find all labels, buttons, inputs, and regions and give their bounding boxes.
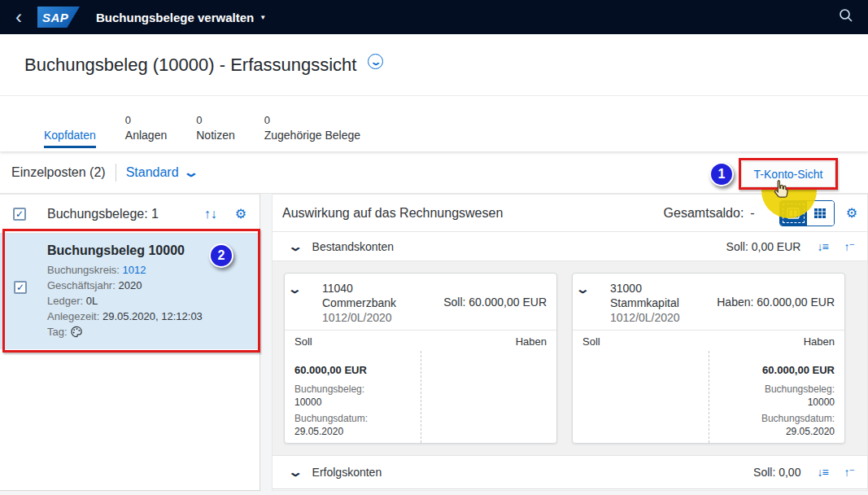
t-account-card-31000: ⌄ 31000 Stammkapital 1012/0L/2020 Haben:… — [572, 273, 845, 444]
section-name: Bestandskonten — [312, 240, 394, 253]
doc-label: Buchungsbeleg: — [718, 383, 835, 396]
account-balance: Haben: 60.000,00 EUR — [717, 281, 835, 325]
t-account-body: 60.000,00 EUR Buchungsbeleg: 10000 Buchu… — [285, 351, 556, 449]
credit-column-label: Haben — [516, 335, 547, 348]
account-ledger: 1012/0L/2020 — [322, 310, 396, 325]
debit-cell: 60.000,00 EUR Buchungsbeleg: 10000 Buchu… — [285, 351, 421, 449]
account-ledger: 1012/0L/2020 — [610, 310, 680, 325]
tab-count: 0 — [264, 114, 360, 129]
chevron-down-icon: ⌄ — [182, 164, 198, 180]
doc-label: Buchungsbeleg: — [294, 383, 411, 396]
collapse-card-icon[interactable]: ⌄ — [288, 281, 329, 325]
doc-value[interactable]: 10000 — [294, 396, 411, 409]
item-row-anlegezeit: Anlegezeit: 29.05.2020, 12:12:03 — [47, 309, 203, 324]
sap-logo: SAP — [37, 7, 80, 28]
collapse-section-icon[interactable]: ⌄ — [288, 465, 303, 480]
item-row-ledger: Ledger: 0L — [47, 293, 203, 309]
item-checkbox[interactable]: ✓ — [14, 281, 27, 294]
toolbar-divider — [116, 164, 116, 182]
account-name: Commerzbank — [322, 296, 396, 310]
page-header: Buchungsbeleg (10000) - Erfassungssicht … — [0, 34, 868, 96]
annotation-badge-1: 1 — [709, 162, 734, 186]
t-account-cards: ⌄ 11040 Commerzbank 1012/0L/2020 Soll: 6… — [273, 261, 867, 455]
date-value: 29.05.2020 — [294, 425, 411, 438]
account-number: 11040 — [322, 281, 396, 296]
tab-notizen[interactable]: 0 Notizen — [196, 96, 234, 151]
hand-cursor-icon — [770, 178, 792, 204]
account-name: Stammkapital — [610, 296, 680, 310]
accounting-panel: Auswirkung auf das Rechnungswesen Gesamt… — [272, 194, 868, 491]
back-icon[interactable]: ‹ — [0, 9, 37, 25]
section-bestandskonten: ⌄ Bestandskonten Soll: 0,00 EUR ↓≡ ↑⁻ — [273, 232, 867, 261]
expand-all-icon[interactable]: ↓≡ — [817, 240, 827, 253]
app-window: ‹ SAP Buchungsbelege verwalten ▼ Buchung… — [0, 0, 868, 495]
tab-label: Anlagen — [125, 129, 167, 142]
tab-strip: Kopfdaten 0 Anlagen 0 Notizen 0 Zugehöri… — [0, 96, 868, 151]
section-name: Erfolgskonten — [312, 466, 382, 479]
doc-value[interactable]: 10000 — [718, 396, 835, 409]
tab-count: 0 — [196, 114, 234, 129]
credit-column-label: Haben — [804, 335, 835, 348]
items-title: Einzelposten (2) — [11, 165, 106, 180]
annotation-badge-2: 2 — [209, 243, 233, 268]
tab-kopfdaten[interactable]: Kopfdaten — [44, 96, 96, 151]
header-expand-icon[interactable]: ⌄ — [368, 54, 383, 69]
posting-amount: 60.000,00 EUR — [294, 364, 411, 376]
tab-count — [44, 114, 96, 129]
collapse-card-icon[interactable]: ⌄ — [576, 281, 617, 325]
t-account-card-header: ⌄ 11040 Commerzbank 1012/0L/2020 Soll: 6… — [285, 274, 556, 331]
t-account-column-labels: Soll Haben — [573, 331, 844, 351]
expand-all-icon[interactable]: ↓≡ — [817, 466, 827, 479]
app-title[interactable]: Buchungsbelege verwalten — [96, 11, 254, 24]
sap-logo-text: SAP — [42, 11, 68, 24]
list-header: ✓ Buchungsbelege: 1 ↑↓ ⚙ — [0, 195, 260, 234]
collapse-all-icon[interactable]: ↑⁻ — [844, 466, 854, 479]
content-area: ✓ Buchungsbelege: 1 ↑↓ ⚙ ✓ Buchungsbeleg… — [0, 194, 868, 495]
credit-cell: 60.000,00 EUR Buchungsbeleg: 10000 Buchu… — [709, 351, 844, 449]
collapse-section-icon[interactable]: ⌄ — [288, 239, 303, 254]
account-balance: Soll: 60.000,00 EUR — [443, 281, 547, 325]
search-icon[interactable] — [839, 8, 853, 26]
shell-bar: ‹ SAP Buchungsbelege verwalten ▼ — [0, 0, 868, 34]
debit-column-label: Soll — [294, 335, 312, 348]
t-account-divider — [421, 351, 421, 443]
credit-cell — [421, 351, 556, 449]
select-all-checkbox[interactable]: ✓ — [13, 208, 26, 221]
section-erfolgskonten: ⌄ Erfolgskonten Soll: 0,00 ↓≡ ↑⁻ — [273, 455, 867, 489]
posting-amount: 60.000,00 EUR — [718, 364, 835, 376]
account-number: 31000 — [610, 281, 680, 296]
page-title: Buchungsbeleg (10000) - Erfassungssicht — [24, 55, 356, 76]
date-label: Buchungsdatum: — [294, 412, 411, 425]
tab-label: Notizen — [196, 129, 234, 142]
company-code-link[interactable]: 1012 — [123, 264, 146, 276]
tag-palette-icon[interactable] — [70, 328, 83, 340]
tab-anlagen[interactable]: 0 Anlagen — [125, 96, 167, 151]
document-list-panel: ✓ Buchungsbelege: 1 ↑↓ ⚙ ✓ Buchungsbeleg… — [0, 194, 260, 491]
item-row-geschaeftsjahr: Geschäftsjahr: 2020 — [47, 278, 203, 293]
accounting-title: Auswirkung auf das Rechnungswesen — [282, 206, 503, 221]
items-toolbar: Einzelposten (2) Standard ⌄ — [0, 151, 868, 194]
item-row-tag: Tag: — [47, 324, 203, 342]
collapse-all-icon[interactable]: ↑⁻ — [844, 240, 854, 253]
tab-count: 0 — [125, 114, 167, 129]
tab-label: Zugehörige Belege — [264, 129, 360, 142]
item-title: Buchungsbeleg 10000 — [47, 243, 203, 258]
section-balance: Soll: 0,00 — [753, 466, 800, 479]
debit-column-label: Soll — [582, 335, 600, 348]
gear-icon[interactable]: ⚙ — [846, 205, 857, 221]
t-account-card-11040: ⌄ 11040 Commerzbank 1012/0L/2020 Soll: 6… — [284, 273, 557, 444]
t-account-body: 60.000,00 EUR Buchungsbeleg: 10000 Buchu… — [573, 351, 844, 449]
t-account-divider — [709, 351, 709, 443]
view-name: Standard — [126, 165, 179, 180]
view-selector[interactable]: Standard ⌄ — [126, 164, 196, 180]
tab-label: Kopfdaten — [44, 129, 96, 142]
gear-icon[interactable]: ⚙ — [235, 206, 246, 221]
tab-zugehoerige-belege[interactable]: 0 Zugehörige Belege — [264, 96, 360, 151]
debit-cell — [573, 351, 709, 449]
list-title: Buchungsbelege: 1 — [47, 207, 159, 221]
total-balance: Gesamtsaldo:- — [664, 206, 755, 221]
sort-icon[interactable]: ↑↓ — [204, 207, 217, 221]
app-title-dropdown-icon[interactable]: ▼ — [260, 14, 266, 21]
t-account-card-header: ⌄ 31000 Stammkapital 1012/0L/2020 Haben:… — [573, 274, 844, 331]
item-row-buchungskreis: Buchungskreis: 1012 — [47, 262, 203, 278]
